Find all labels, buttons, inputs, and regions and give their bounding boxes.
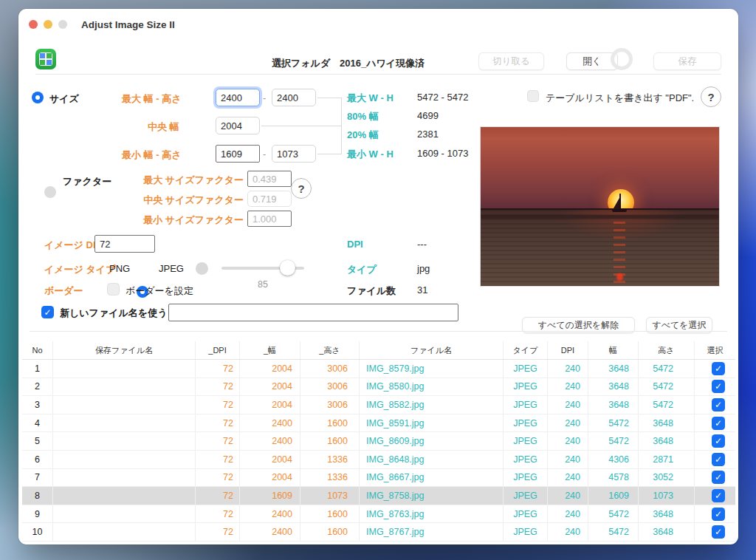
new-filename-input[interactable] xyxy=(168,304,458,321)
row-select-checkbox[interactable] xyxy=(712,453,725,466)
pdf-export-checkbox[interactable] xyxy=(527,90,539,102)
table-row[interactable]: 37220043006IMG_8582.jpgJPEG24036485472 xyxy=(22,396,735,414)
table-row[interactable]: 67220041336IMG_8648.jpgJPEG24043062871 xyxy=(22,451,735,469)
column-header[interactable]: 保存ファイル名 xyxy=(53,341,196,359)
save-button[interactable]: 保存 xyxy=(653,52,721,70)
dash-separator: - xyxy=(263,92,266,103)
table-cell-type: JPEG xyxy=(504,451,548,468)
size-radio-label: サイズ xyxy=(49,92,79,106)
factor-max-input[interactable] xyxy=(247,171,292,187)
table-cell-out_dpi: 72 xyxy=(196,360,240,378)
selected-folder-name: 2016_ハワイ現像済 xyxy=(340,57,425,70)
factor-center-label: 中央 サイズファクター xyxy=(92,194,244,207)
table-cell-w: 4306 xyxy=(588,451,639,468)
photo-sky xyxy=(481,127,719,210)
table-cell-save_name xyxy=(53,451,196,468)
factor-min-label: 最小 サイズファクター xyxy=(92,214,244,227)
table-row[interactable]: 87216091073IMG_8758.jpgJPEG24016091073 xyxy=(22,487,735,505)
spinner-icon xyxy=(611,48,633,70)
file-count-label: ファイル数 xyxy=(347,284,396,298)
table-cell-no: 1 xyxy=(22,360,53,378)
info-dpi-value: --- xyxy=(417,239,427,250)
table-cell-save_name xyxy=(53,505,196,523)
center-width-input[interactable] xyxy=(216,117,260,134)
size-radio[interactable] xyxy=(32,92,44,103)
column-header[interactable]: _幅 xyxy=(240,341,300,359)
factor-radio[interactable] xyxy=(44,186,56,198)
border-checkbox[interactable] xyxy=(107,283,120,296)
table-cell-no: 6 xyxy=(22,451,53,468)
quality-slider-knob[interactable] xyxy=(280,260,295,276)
table-cell-w: 3648 xyxy=(588,396,639,414)
table-cell-file: IMG_8763.jpg xyxy=(360,505,504,523)
table-cell-out_h: 3006 xyxy=(300,396,360,414)
table-row[interactable]: 47224001600IMG_8591.jpgJPEG24054723648 xyxy=(22,414,735,433)
minimize-button[interactable] xyxy=(44,20,52,29)
max-wh-label: 最大 幅 - 高さ xyxy=(122,92,181,106)
table-cell-no: 10 xyxy=(22,523,53,541)
table-cell-h: 1073 xyxy=(639,487,695,505)
row-select-checkbox[interactable] xyxy=(712,489,725,502)
table-cell-out_h: 1073 xyxy=(300,487,360,505)
table-cell-file: IMG_8579.jpg xyxy=(360,360,504,378)
column-header[interactable]: 選択 xyxy=(695,341,735,359)
column-header[interactable]: 高さ xyxy=(639,341,695,359)
factor-min-input[interactable] xyxy=(247,211,292,227)
max-height-input[interactable] xyxy=(272,89,316,106)
table-row[interactable]: 97224001600IMG_8763.jpgJPEG24054723648 xyxy=(22,505,735,524)
zoom-button[interactable] xyxy=(58,20,67,29)
sailboat-hull xyxy=(612,209,627,212)
table-cell-dpi: 240 xyxy=(548,451,588,468)
table-row[interactable]: 107224001600IMG_8767.jpgJPEG24054723648 xyxy=(22,523,735,542)
new-filename-checkbox[interactable] xyxy=(41,306,54,318)
max-width-input[interactable] xyxy=(216,89,260,106)
table-cell-dpi: 240 xyxy=(548,396,588,414)
help-icon[interactable]: ? xyxy=(291,178,312,199)
row-select-checkbox[interactable] xyxy=(712,362,725,375)
min-height-input[interactable] xyxy=(272,145,316,163)
table-cell-select xyxy=(695,378,735,396)
table-cell-out_h: 1600 xyxy=(300,505,360,523)
factor-center-input[interactable] xyxy=(247,191,292,207)
column-header[interactable]: ファイル名 xyxy=(360,341,504,359)
row-select-checkbox[interactable] xyxy=(712,471,725,484)
table-cell-select xyxy=(695,360,735,378)
column-header[interactable]: 幅 xyxy=(588,341,639,359)
column-header[interactable]: _高さ xyxy=(300,341,360,359)
column-header[interactable]: タイプ xyxy=(504,341,548,359)
table-row[interactable]: 17220043006IMG_8579.jpgJPEG24036485472 xyxy=(22,360,735,378)
row-select-checkbox[interactable] xyxy=(712,434,725,448)
image-dpi-input[interactable] xyxy=(94,235,155,253)
connector-line xyxy=(341,98,342,154)
info-type-value: jpg xyxy=(417,263,430,274)
row-select-checkbox[interactable] xyxy=(712,508,725,521)
table-cell-type: JPEG xyxy=(504,523,548,541)
table-cell-out_w: 2004 xyxy=(240,360,300,378)
png-radio[interactable] xyxy=(196,262,208,275)
connector-line xyxy=(261,126,341,126)
info-min-label: 最小 W - H xyxy=(347,148,394,161)
crop-button[interactable]: 切り取る xyxy=(478,52,544,70)
row-select-checkbox[interactable] xyxy=(712,417,725,430)
row-select-checkbox[interactable] xyxy=(712,380,725,393)
column-header[interactable]: _DPI xyxy=(196,341,240,359)
table-cell-no: 9 xyxy=(22,505,53,523)
app-icon[interactable] xyxy=(35,49,56,69)
help-icon[interactable]: ? xyxy=(701,86,721,107)
column-header[interactable]: DPI xyxy=(548,341,588,359)
table-row[interactable]: 77220041336IMG_8667.jpgJPEG24045783052 xyxy=(22,469,735,488)
table-row[interactable]: 27220043006IMG_8580.jpgJPEG24036485472 xyxy=(22,378,735,397)
table-cell-save_name xyxy=(53,414,196,432)
app-window: Adjust Image Size II 選択フォルダ 2016_ハワイ現像済 … xyxy=(18,9,738,544)
close-button[interactable] xyxy=(29,20,38,29)
table-cell-out_dpi: 72 xyxy=(196,505,240,523)
table-cell-h: 3648 xyxy=(639,432,695,450)
row-select-checkbox[interactable] xyxy=(712,398,725,412)
min-width-input[interactable] xyxy=(216,145,260,163)
table-cell-no: 2 xyxy=(22,378,53,396)
table-row[interactable]: 57224001600IMG_8609.jpgJPEG24054723648 xyxy=(22,432,735,451)
table-cell-dpi: 240 xyxy=(548,523,588,541)
column-header[interactable]: No xyxy=(22,341,53,359)
row-select-checkbox[interactable] xyxy=(712,525,725,539)
info-max-label: 最大 W - H xyxy=(347,92,394,105)
